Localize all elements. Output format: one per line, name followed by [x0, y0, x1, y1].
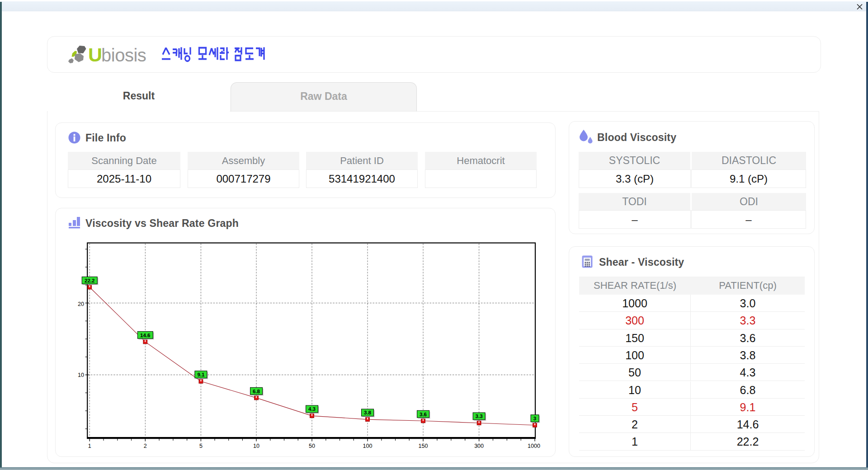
- svg-text:150: 150: [419, 443, 428, 449]
- svg-text:5: 5: [199, 443, 203, 449]
- svg-text:3.3: 3.3: [476, 414, 483, 419]
- svg-text:6.8: 6.8: [253, 389, 260, 394]
- svg-text:50: 50: [309, 443, 315, 449]
- svg-text:3: 3: [533, 416, 536, 421]
- svg-text:1: 1: [88, 443, 91, 449]
- svg-text:14.6: 14.6: [140, 333, 150, 338]
- svg-text:9.1: 9.1: [197, 372, 205, 377]
- svg-text:2: 2: [144, 443, 147, 449]
- svg-text:biosis: biosis: [101, 45, 146, 65]
- svg-text:U: U: [88, 44, 102, 66]
- svg-text:300: 300: [474, 443, 484, 449]
- svg-text:4.3: 4.3: [308, 406, 316, 412]
- svg-text:3.6: 3.6: [420, 412, 427, 417]
- svg-text:3.8: 3.8: [364, 410, 372, 415]
- svg-text:1000: 1000: [528, 443, 540, 449]
- svg-text:20: 20: [78, 301, 84, 307]
- svg-text:100: 100: [363, 443, 373, 449]
- svg-text:10: 10: [253, 443, 259, 449]
- svg-text:22.2: 22.2: [85, 278, 94, 283]
- svg-text:10: 10: [78, 372, 84, 378]
